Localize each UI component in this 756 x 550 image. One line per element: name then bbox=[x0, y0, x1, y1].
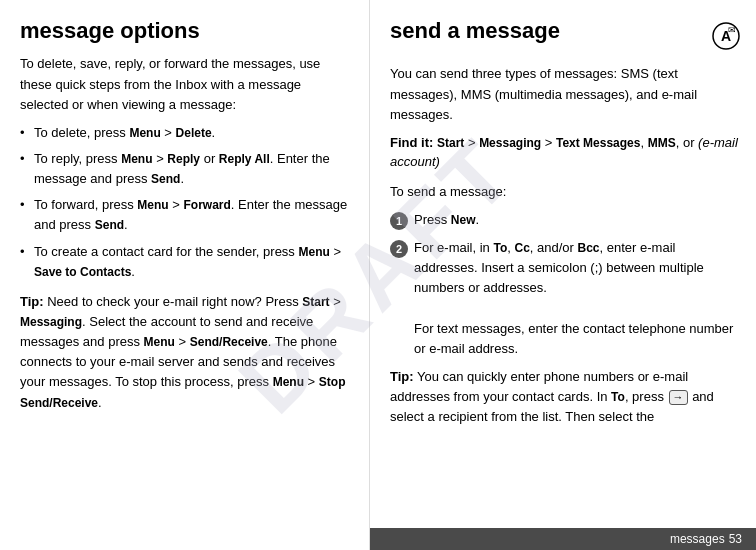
bcc-bold: Bcc bbox=[578, 241, 600, 255]
save-contacts-bold: Save to Contacts bbox=[34, 265, 131, 279]
messaging-bold2: Messaging bbox=[479, 136, 541, 150]
list-item: To delete, press Menu > Delete. bbox=[20, 123, 353, 143]
tip-label-right: Tip: bbox=[390, 369, 414, 384]
send-bold2: Send bbox=[95, 218, 124, 232]
bullet-text: To create a contact card for the sender,… bbox=[34, 244, 341, 279]
new-bold: New bbox=[451, 213, 476, 227]
start-bold: Start bbox=[302, 295, 329, 309]
start-bold: Start bbox=[437, 136, 464, 150]
reply-bold: Reply bbox=[167, 152, 200, 166]
page-number: 53 bbox=[729, 532, 742, 546]
bottom-bar: messages 53 bbox=[370, 528, 756, 550]
tip-block: Tip: Need to check your e-mail right now… bbox=[20, 292, 353, 413]
right-column: send a message A ✉ You can send three ty… bbox=[370, 0, 756, 550]
step-1-content: Press New. bbox=[414, 210, 740, 230]
arrow-button: → bbox=[669, 390, 688, 405]
menu-bold: Menu bbox=[129, 126, 160, 140]
find-it-block: Find it: Start > Messaging > Text Messag… bbox=[390, 133, 740, 172]
replyall-bold: Reply All bbox=[219, 152, 270, 166]
bullet-list: To delete, press Menu > Delete. To reply… bbox=[20, 123, 353, 282]
menu-bold: Menu bbox=[298, 245, 329, 259]
message-icon: A ✉ bbox=[712, 22, 740, 50]
tip-block-right: Tip: You can quickly enter phone numbers… bbox=[390, 367, 740, 427]
bullet-text: To delete, press Menu > Delete. bbox=[34, 125, 215, 140]
left-column: message options To delete, save, reply, … bbox=[0, 0, 370, 550]
find-it-label: Find it: bbox=[390, 135, 433, 150]
step-1-row: 1 Press New. bbox=[390, 210, 740, 230]
list-item: To reply, press Menu > Reply or Reply Al… bbox=[20, 149, 353, 189]
forward-bold: Forward bbox=[184, 198, 231, 212]
sendreceive-bold: Send/Receive bbox=[190, 335, 268, 349]
step-2-content: For e-mail, in To, Cc, and/or Bcc, enter… bbox=[414, 238, 740, 359]
step-1-num: 1 bbox=[390, 212, 408, 230]
cc-bold: Cc bbox=[514, 241, 529, 255]
menu-bold2: Menu bbox=[144, 335, 175, 349]
tip-label: Tip: bbox=[20, 294, 44, 309]
left-intro: To delete, save, reply, or forward the m… bbox=[20, 54, 353, 114]
step-2-num: 2 bbox=[390, 240, 408, 258]
right-heading: send a message bbox=[390, 18, 704, 44]
delete-bold: Delete bbox=[176, 126, 212, 140]
list-item: To forward, press Menu > Forward. Enter … bbox=[20, 195, 353, 235]
textmsgs-bold: Text Messages bbox=[556, 136, 641, 150]
menu-bold: Menu bbox=[137, 198, 168, 212]
to-bold: To bbox=[493, 241, 507, 255]
page-container: DRAFT message options To delete, save, r… bbox=[0, 0, 756, 550]
bullet-text: To forward, press Menu > Forward. Enter … bbox=[34, 197, 347, 232]
svg-text:✉: ✉ bbox=[728, 25, 736, 35]
steps-intro: To send a message: bbox=[390, 182, 740, 202]
left-heading: message options bbox=[20, 18, 353, 44]
messaging-bold: Messaging bbox=[20, 315, 82, 329]
menu-bold: Menu bbox=[121, 152, 152, 166]
steps-container: 1 Press New. 2 For e-mail, in To, Cc, an… bbox=[390, 210, 740, 359]
page-label: messages bbox=[670, 532, 725, 546]
list-item: To create a contact card for the sender,… bbox=[20, 242, 353, 282]
bullet-text: To reply, press Menu > Reply or Reply Al… bbox=[34, 151, 330, 186]
step-2-row: 2 For e-mail, in To, Cc, and/or Bcc, ent… bbox=[390, 238, 740, 359]
to-bold2: To bbox=[611, 390, 625, 404]
right-intro: You can send three types of messages: SM… bbox=[390, 64, 740, 124]
mms-bold: MMS bbox=[648, 136, 676, 150]
send-bold: Send bbox=[151, 172, 180, 186]
menu-bold3: Menu bbox=[273, 375, 304, 389]
